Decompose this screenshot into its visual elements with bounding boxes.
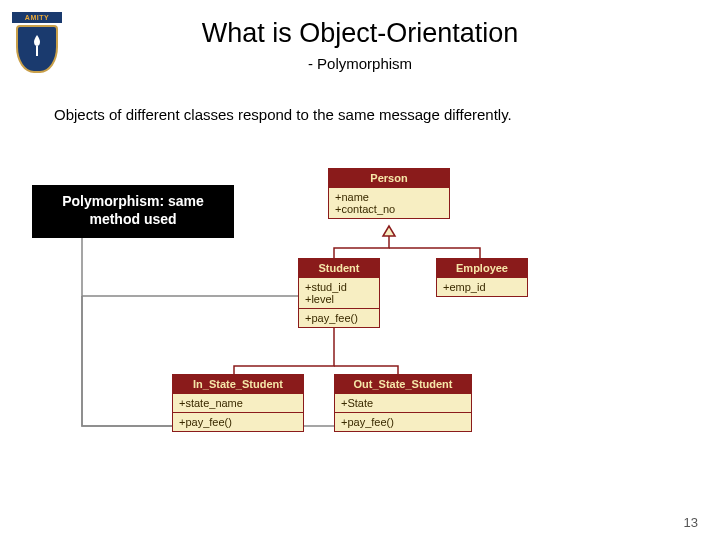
attr: +state_name — [179, 397, 297, 409]
class-attrs: +stud_id +level — [299, 278, 379, 309]
svg-marker-1 — [383, 226, 395, 236]
class-ops: +pay_fee() — [173, 413, 303, 431]
slide-title: What is Object-Orientation — [0, 18, 720, 49]
class-attrs: +emp_id — [437, 278, 527, 296]
op: +pay_fee() — [179, 416, 297, 428]
uml-class-employee: Employee +emp_id — [436, 258, 528, 297]
svg-rect-0 — [36, 46, 38, 56]
class-ops: +pay_fee() — [299, 309, 379, 327]
class-attrs: +name +contact_no — [329, 188, 449, 218]
attr: +name — [335, 191, 443, 203]
attr: +stud_id — [305, 281, 373, 293]
uml-class-student: Student +stud_id +level +pay_fee() — [298, 258, 380, 328]
attr: +emp_id — [443, 281, 521, 293]
polymorphism-callout: Polymorphism: same method used — [32, 185, 234, 238]
page-number: 13 — [684, 515, 698, 530]
class-name: Out_State_Student — [335, 375, 471, 394]
uml-class-in-state-student: In_State_Student +state_name +pay_fee() — [172, 374, 304, 432]
torch-icon — [30, 33, 44, 59]
class-ops: +pay_fee() — [335, 413, 471, 431]
logo-text: AMITY — [12, 12, 62, 23]
uml-class-out-state-student: Out_State_Student +State +pay_fee() — [334, 374, 472, 432]
callout-line1: Polymorphism: same — [62, 193, 204, 209]
class-attrs: +State — [335, 394, 471, 413]
class-name: In_State_Student — [173, 375, 303, 394]
attr: +State — [341, 397, 465, 409]
attr: +level — [305, 293, 373, 305]
slide-subtitle: - Polymorphism — [0, 55, 720, 72]
class-name: Student — [299, 259, 379, 278]
op: +pay_fee() — [341, 416, 465, 428]
uml-diagram: Polymorphism: same method used Person +n… — [0, 168, 720, 498]
op: +pay_fee() — [305, 312, 373, 324]
class-name: Person — [329, 169, 449, 188]
amity-logo: AMITY — [12, 12, 62, 72]
uml-class-person: Person +name +contact_no — [328, 168, 450, 219]
logo-shield — [16, 25, 58, 73]
class-name: Employee — [437, 259, 527, 278]
callout-line2: method used — [89, 211, 176, 227]
description-text: Objects of different classes respond to … — [54, 106, 720, 123]
attr: +contact_no — [335, 203, 443, 215]
class-attrs: +state_name — [173, 394, 303, 413]
